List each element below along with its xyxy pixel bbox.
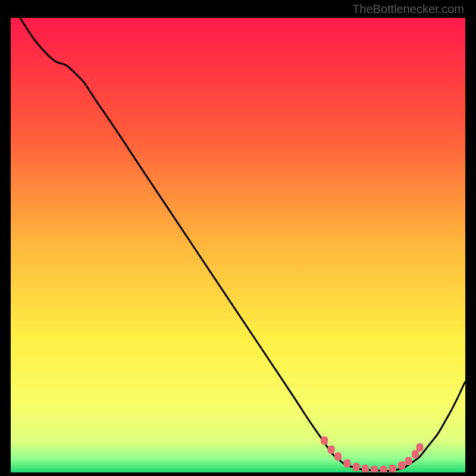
marker-point [380,465,387,472]
marker-point [328,446,335,454]
marker-point [334,452,342,461]
bottleneck-curve [11,18,465,472]
marker-point [416,443,424,452]
marker-point [343,459,350,468]
marker-point [405,457,412,465]
marker-point [398,462,405,470]
marker-point [362,465,369,472]
marker-point [321,437,328,445]
marker-point [371,465,378,472]
curve-line [20,18,465,471]
marker-point [353,463,360,471]
marker-point [412,450,419,458]
watermark-text: TheBottlenecker.com [352,2,464,16]
chart-container [11,18,465,472]
marker-point [389,465,396,472]
